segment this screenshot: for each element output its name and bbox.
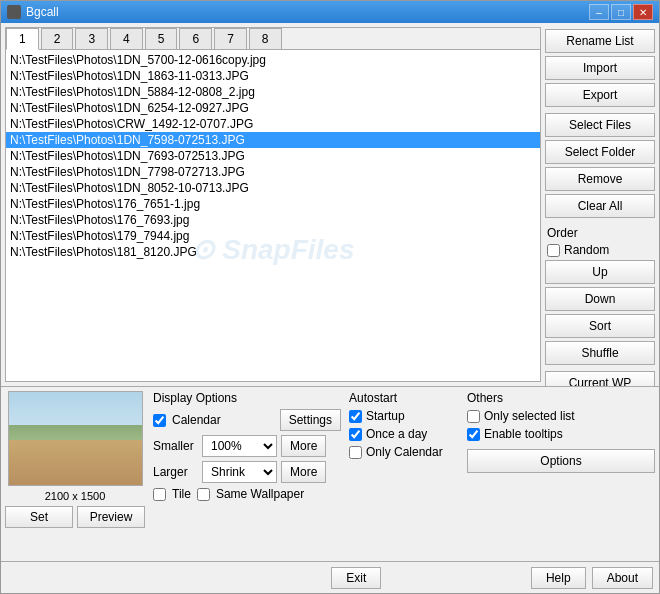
rename-list-button[interactable]: Rename List	[545, 29, 655, 53]
list-item[interactable]: N:\TestFiles\Photos\1DN_5700-12-0616copy…	[6, 52, 540, 68]
bottom-bar-right: Help About	[531, 567, 653, 589]
random-row: Random	[545, 243, 655, 257]
list-item[interactable]: N:\TestFiles\Photos\176_7693.jpg	[6, 212, 540, 228]
only-calendar-checkbox[interactable]	[349, 446, 362, 459]
tile-checkbox[interactable]	[153, 488, 166, 501]
calendar-checkbox[interactable]	[153, 414, 166, 427]
list-item[interactable]: N:\TestFiles\Photos\181_8120.JPG	[6, 244, 540, 260]
tab-6[interactable]: 6	[179, 28, 212, 49]
shuffle-button[interactable]: Shuffle	[545, 341, 655, 365]
bottom-bar: Exit Help About	[1, 561, 659, 593]
settings-button[interactable]: Settings	[280, 409, 341, 431]
window-controls: – □ ✕	[589, 4, 653, 20]
up-button[interactable]: Up	[545, 260, 655, 284]
help-button[interactable]: Help	[531, 567, 586, 589]
startup-row: Startup	[349, 409, 459, 423]
only-calendar-label: Only Calendar	[366, 445, 443, 459]
tab-8[interactable]: 8	[249, 28, 282, 49]
display-options: Display Options Calendar Settings Smalle…	[153, 391, 341, 557]
tab-4[interactable]: 4	[110, 28, 143, 49]
larger-select[interactable]: Shrink Stretch Fit	[202, 461, 277, 483]
once-a-day-row: Once a day	[349, 427, 459, 441]
list-item[interactable]: N:\TestFiles\Photos\1DN_6254-12-0927.JPG	[6, 100, 540, 116]
only-calendar-row: Only Calendar	[349, 445, 459, 459]
only-selected-row: Only selected list	[467, 409, 655, 423]
about-button[interactable]: About	[592, 567, 653, 589]
window-title: Bgcall	[26, 5, 59, 19]
calendar-row: Calendar Settings	[153, 409, 341, 431]
more-button-1[interactable]: More	[281, 435, 326, 457]
export-button[interactable]: Export	[545, 83, 655, 107]
random-checkbox[interactable]	[547, 244, 560, 257]
tile-same-row: Tile Same Wallpaper	[153, 487, 341, 501]
list-item[interactable]: N:\TestFiles\Photos\CRW_1492-12-0707.JPG	[6, 116, 540, 132]
file-list[interactable]: N:\TestFiles\Photos\1DN_5700-12-0616copy…	[6, 50, 540, 381]
set-button[interactable]: Set	[5, 506, 73, 528]
remove-button[interactable]: Remove	[545, 167, 655, 191]
others-title: Others	[467, 391, 655, 405]
maximize-button[interactable]: □	[611, 4, 631, 20]
tab-1[interactable]: 1	[6, 28, 39, 50]
tab-5[interactable]: 5	[145, 28, 178, 49]
list-item[interactable]: N:\TestFiles\Photos\1DN_7693-072513.JPG	[6, 148, 540, 164]
list-item[interactable]: N:\TestFiles\Photos\1DN_5884-12-0808_2.j…	[6, 84, 540, 100]
list-item[interactable]: N:\TestFiles\Photos\1DN_1863-11-0313.JPG	[6, 68, 540, 84]
app-icon	[7, 5, 21, 19]
display-options-title: Display Options	[153, 391, 341, 405]
autostart-section: Autostart Startup Once a day Only Calend…	[349, 391, 459, 557]
list-item[interactable]: N:\TestFiles\Photos\1DN_8052-10-0713.JPG	[6, 180, 540, 196]
import-button[interactable]: Import	[545, 56, 655, 80]
app-window: Bgcall – □ ✕ 1 2 3 4 5 6 7 8	[0, 0, 660, 594]
minimize-button[interactable]: –	[589, 4, 609, 20]
tab-bar: 1 2 3 4 5 6 7 8	[6, 28, 540, 50]
smaller-label: Smaller	[153, 439, 198, 453]
right-panel: Rename List Import Export Select Files S…	[545, 27, 655, 382]
select-files-button[interactable]: Select Files	[545, 113, 655, 137]
list-item[interactable]: N:\TestFiles\Photos\176_7651-1.jpg	[6, 196, 540, 212]
tab-2[interactable]: 2	[41, 28, 74, 49]
preview-image	[8, 391, 143, 486]
random-label: Random	[564, 243, 609, 257]
once-a-day-checkbox[interactable]	[349, 428, 362, 441]
list-item[interactable]: N:\TestFiles\Photos\1DN_7798-072713.JPG	[6, 164, 540, 180]
top-section: 1 2 3 4 5 6 7 8 N:\TestFiles\Photos\1DN_…	[1, 23, 659, 386]
preview-buttons: Set Preview	[5, 506, 145, 528]
sort-button[interactable]: Sort	[545, 314, 655, 338]
left-panel: 1 2 3 4 5 6 7 8 N:\TestFiles\Photos\1DN_…	[5, 27, 541, 382]
larger-row: Larger Shrink Stretch Fit More	[153, 461, 341, 483]
tab-7[interactable]: 7	[214, 28, 247, 49]
order-label: Order	[545, 226, 655, 240]
startup-checkbox[interactable]	[349, 410, 362, 423]
current-wp-button[interactable]: Current WP	[545, 371, 655, 386]
options-button[interactable]: Options	[467, 449, 655, 473]
close-button[interactable]: ✕	[633, 4, 653, 20]
list-item[interactable]: N:\TestFiles\Photos\179_7944.jpg	[6, 228, 540, 244]
only-selected-label: Only selected list	[484, 409, 575, 423]
exit-button[interactable]: Exit	[331, 567, 381, 589]
smaller-row: Smaller 100% 75% 50% More	[153, 435, 341, 457]
select-folder-button[interactable]: Select Folder	[545, 140, 655, 164]
larger-label: Larger	[153, 465, 198, 479]
title-bar: Bgcall – □ ✕	[1, 1, 659, 23]
smaller-select[interactable]: 100% 75% 50%	[202, 435, 277, 457]
once-a-day-label: Once a day	[366, 427, 427, 441]
main-content: 1 2 3 4 5 6 7 8 N:\TestFiles\Photos\1DN_…	[1, 23, 659, 593]
preview-button[interactable]: Preview	[77, 506, 145, 528]
preview-panel: 2100 x 1500 Set Preview	[5, 391, 145, 557]
only-selected-checkbox[interactable]	[467, 410, 480, 423]
others-section: Others Only selected list Enable tooltip…	[467, 391, 655, 557]
calendar-label: Calendar	[172, 413, 221, 427]
same-wallpaper-label: Same Wallpaper	[216, 487, 304, 501]
down-button[interactable]: Down	[545, 287, 655, 311]
tab-3[interactable]: 3	[75, 28, 108, 49]
same-wallpaper-checkbox[interactable]	[197, 488, 210, 501]
more-button-2[interactable]: More	[281, 461, 326, 483]
list-item[interactable]: N:\TestFiles\Photos\1DN_7598-072513.JPG	[6, 132, 540, 148]
enable-tooltips-label: Enable tooltips	[484, 427, 563, 441]
bottom-section: 2100 x 1500 Set Preview Display Options …	[1, 386, 659, 561]
startup-label: Startup	[366, 409, 405, 423]
enable-tooltips-checkbox[interactable]	[467, 428, 480, 441]
enable-tooltips-row: Enable tooltips	[467, 427, 655, 441]
preview-size: 2100 x 1500	[45, 490, 106, 502]
clear-all-button[interactable]: Clear All	[545, 194, 655, 218]
